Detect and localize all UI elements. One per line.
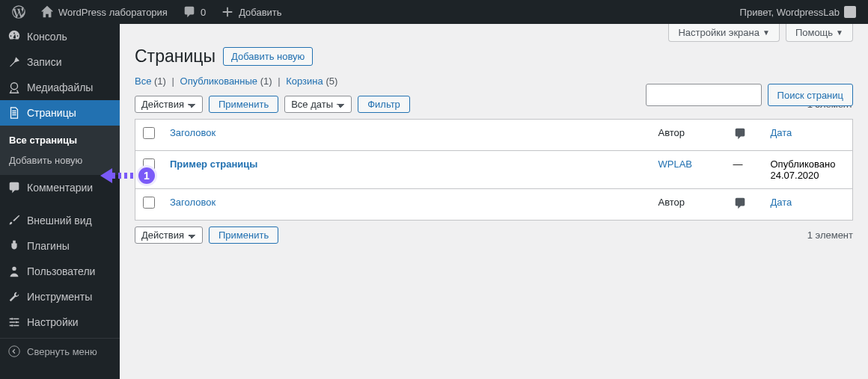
comments-link[interactable]: 0 xyxy=(177,0,212,24)
chevron-down-icon: ▼ xyxy=(762,28,770,37)
row-author-link[interactable]: WPLAB xyxy=(658,158,693,170)
wrench-icon xyxy=(7,290,21,303)
sidebar-item-users[interactable]: Пользователи xyxy=(0,259,120,284)
collapse-icon xyxy=(7,345,21,358)
media-icon xyxy=(7,81,21,94)
annotation-pointer: 1 xyxy=(100,165,157,186)
plugin-icon xyxy=(7,239,21,253)
bulk-actions-select[interactable]: Действия xyxy=(135,96,203,113)
apply-button-bottom[interactable]: Применить xyxy=(209,227,278,244)
filter-button[interactable]: Фильтр xyxy=(358,96,410,113)
add-new-link[interactable]: Добавить xyxy=(215,0,287,24)
sliders-icon xyxy=(7,315,21,329)
add-new-text: Добавить xyxy=(239,7,281,18)
filter-all-count: (1) xyxy=(154,76,166,87)
admin-sidebar: Консоль Записи Медиафайлы Страницы Все с… xyxy=(0,24,120,379)
brush-icon xyxy=(7,214,21,227)
svg-rect-7 xyxy=(124,173,127,179)
col-comments-header[interactable] xyxy=(726,120,763,151)
sidebar-item-media[interactable]: Медиафайлы xyxy=(0,75,120,100)
sidebar-item-plugins[interactable]: Плагины xyxy=(0,233,120,259)
svg-point-5 xyxy=(9,346,19,357)
sidebar-item-label: Настройки xyxy=(27,316,79,328)
select-all-checkbox[interactable] xyxy=(143,127,155,139)
comments-count: 0 xyxy=(201,7,206,18)
help-button[interactable]: Помощь ▼ xyxy=(786,24,853,42)
pin-icon xyxy=(7,55,21,69)
submenu-all-pages[interactable]: Все страницы xyxy=(0,130,120,150)
col-author-header[interactable]: Автор xyxy=(651,120,726,151)
add-new-button[interactable]: Добавить новую xyxy=(223,47,313,66)
site-name-text: WordPress лаборатория xyxy=(58,7,168,18)
page-title: Страницы xyxy=(135,46,216,67)
sidebar-item-label: Страницы xyxy=(27,107,76,119)
chevron-down-icon: ▼ xyxy=(836,28,843,37)
col-title-footer[interactable]: Заголовок xyxy=(162,189,651,221)
sidebar-item-label: Инструменты xyxy=(27,291,92,303)
svg-point-0 xyxy=(11,83,18,90)
sidebar-item-appearance[interactable]: Внешний вид xyxy=(0,208,120,233)
screen-options-label: Настройки экрана xyxy=(678,27,760,38)
wp-logo[interactable] xyxy=(6,0,31,24)
row-date: Опубликовано 24.07.2020 xyxy=(763,151,853,189)
comment-icon xyxy=(183,5,196,19)
col-title-header[interactable]: Заголовок xyxy=(162,120,651,151)
plus-icon xyxy=(221,5,234,19)
sidebar-item-settings[interactable]: Настройки xyxy=(0,309,120,335)
bulk-actions-select-bottom[interactable]: Действия xyxy=(135,227,203,244)
help-label: Помощь xyxy=(795,27,833,38)
select-all-checkbox-bottom[interactable] xyxy=(143,197,155,209)
wordpress-icon xyxy=(12,5,25,19)
avatar xyxy=(844,6,856,18)
svg-rect-8 xyxy=(130,173,133,179)
sidebar-item-dashboard[interactable]: Консоль xyxy=(0,24,120,49)
sidebar-item-label: Консоль xyxy=(27,31,67,43)
col-comments-footer[interactable] xyxy=(726,189,763,221)
col-date-footer[interactable]: Дата xyxy=(763,189,853,221)
page-icon xyxy=(7,106,21,120)
filter-published[interactable]: Опубликованные xyxy=(180,76,258,87)
sidebar-item-label: Плагины xyxy=(27,240,70,252)
user-greeting[interactable]: Привет, WordpressLab xyxy=(734,0,862,24)
comment-icon xyxy=(7,181,21,194)
svg-rect-6 xyxy=(118,173,121,179)
filter-published-count: (1) xyxy=(260,76,272,87)
svg-point-4 xyxy=(11,324,13,327)
date-filter-select[interactable]: Все даты xyxy=(284,96,352,113)
annotation-badge: 1 xyxy=(136,165,157,186)
arrow-left-icon xyxy=(100,167,138,185)
sidebar-item-label: Комментарии xyxy=(27,182,93,194)
search-button[interactable]: Поиск страниц xyxy=(768,84,853,106)
svg-point-2 xyxy=(11,318,13,320)
dashboard-icon xyxy=(7,30,21,43)
comment-icon xyxy=(733,127,747,141)
comment-icon xyxy=(733,197,747,210)
sidebar-item-label: Внешний вид xyxy=(27,215,92,227)
items-count-bottom: 1 элемент xyxy=(807,229,853,241)
col-date-header[interactable]: Дата xyxy=(763,120,853,151)
sidebar-item-label: Медиафайлы xyxy=(27,81,93,93)
sidebar-item-label: Пользователи xyxy=(27,265,95,277)
search-input[interactable] xyxy=(646,84,762,106)
collapse-menu[interactable]: Свернуть меню xyxy=(0,338,120,364)
apply-button[interactable]: Применить xyxy=(209,96,278,113)
content-area: Настройки экрана ▼ Помощь ▼ Страницы Доб… xyxy=(120,24,868,379)
filter-trash[interactable]: Корзина xyxy=(286,76,323,87)
site-name-link[interactable]: WordPress лаборатория xyxy=(34,0,174,24)
svg-point-1 xyxy=(12,267,16,271)
row-title-link[interactable]: Пример страницы xyxy=(170,158,257,170)
svg-point-3 xyxy=(15,321,17,324)
collapse-label: Свернуть меню xyxy=(27,346,97,357)
sidebar-item-posts[interactable]: Записи xyxy=(0,49,120,75)
admin-bar: WordPress лаборатория 0 Добавить Привет,… xyxy=(0,0,868,24)
sidebar-item-pages[interactable]: Страницы xyxy=(0,100,120,126)
row-comments: — xyxy=(726,151,763,189)
filter-all[interactable]: Все xyxy=(135,76,151,87)
pages-table: Заголовок Автор Дата Пример страницы WPL… xyxy=(135,119,853,221)
home-icon xyxy=(40,5,54,19)
user-icon xyxy=(7,265,21,278)
sidebar-item-tools[interactable]: Инструменты xyxy=(0,284,120,309)
filter-trash-count: (5) xyxy=(326,76,337,87)
col-author-footer[interactable]: Автор xyxy=(651,189,726,221)
screen-options-button[interactable]: Настройки экрана ▼ xyxy=(668,24,779,42)
